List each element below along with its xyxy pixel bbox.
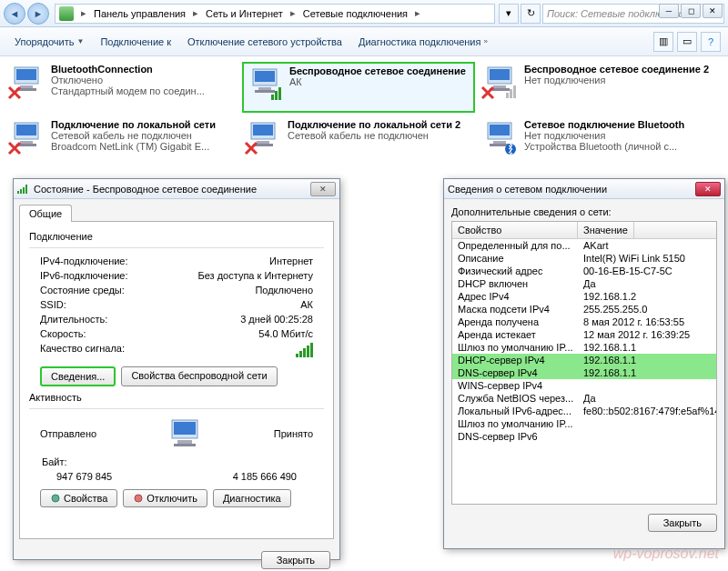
svg-rect-7 xyxy=(255,90,275,93)
minimize-button[interactable]: ─ xyxy=(659,4,679,18)
svg-rect-6 xyxy=(258,87,271,90)
property-row[interactable]: WINS-сервер IPv4 xyxy=(452,379,716,392)
connection-item[interactable]: Сетевое подключение BluetoothНет подключ… xyxy=(479,117,712,168)
property-row[interactable]: Адрес IPv4192.168.1.2 xyxy=(452,290,716,303)
connection-icon xyxy=(246,65,284,104)
details-button[interactable]: Сведения... xyxy=(40,366,116,386)
signal-icon xyxy=(17,185,27,194)
diagnose-connection-button[interactable]: Диагностика подключения» xyxy=(351,33,495,51)
property-name: Маска подсети IPv4 xyxy=(452,304,578,315)
signal-bars xyxy=(296,343,313,357)
address-bar[interactable]: ▸ Панель управления ▸ Сеть и Интернет ▸ … xyxy=(55,4,495,24)
preview-pane-button[interactable]: ▭ xyxy=(677,32,697,52)
breadcrumb-control-panel[interactable]: Панель управления xyxy=(90,8,189,19)
property-row[interactable]: Шлюз по умолчанию IP...192.168.1.1 xyxy=(452,341,716,354)
properties-button[interactable]: Свойства xyxy=(40,489,117,507)
maximize-button[interactable]: ◻ xyxy=(681,4,701,18)
property-value: AKart xyxy=(578,240,716,251)
svg-rect-20 xyxy=(20,141,33,144)
status-dialog-close[interactable]: ✕ xyxy=(310,182,336,196)
property-row[interactable]: Локальный IPv6-адрес...fe80::b502:8167:4… xyxy=(452,405,716,417)
property-row[interactable]: DNS-сервер IPv6 xyxy=(452,430,716,443)
svg-rect-34 xyxy=(174,444,196,446)
column-value[interactable]: Значение xyxy=(578,222,634,238)
disable-device-button[interactable]: Отключение сетевого устройства xyxy=(180,33,349,51)
connection-item[interactable]: Подключение по локальной сетиСетевой каб… xyxy=(5,117,238,168)
wireless-properties-button[interactable]: Свойства беспроводной сети xyxy=(121,366,277,386)
group-activity-label: Активность xyxy=(29,392,324,403)
forward-button[interactable]: ► xyxy=(27,3,49,25)
connection-status: Сетевой кабель не подключен xyxy=(288,130,473,141)
connection-status: Сетевой кабель не подключен xyxy=(51,130,237,141)
property-row[interactable]: ОписаниеIntel(R) WiFi Link 5150 xyxy=(452,252,716,265)
property-value: 12 мая 2012 г. 16:39:25 xyxy=(578,329,716,340)
group-connection-label: Подключение xyxy=(29,231,324,242)
property-row[interactable]: Определенный для по...AKart xyxy=(452,239,716,252)
status-close-button[interactable]: Закрыть xyxy=(261,551,330,569)
svg-rect-10 xyxy=(278,87,281,100)
organize-menu[interactable]: Упорядочить▼ xyxy=(7,33,91,51)
help-button[interactable]: ? xyxy=(701,32,721,52)
connection-item[interactable]: Беспроводное сетевое соединениеАК xyxy=(242,62,475,113)
breadcrumb-network-connections[interactable]: Сетевые подключения xyxy=(299,8,411,19)
command-bar: Упорядочить▼ Подключение к Отключение се… xyxy=(0,27,728,56)
property-value: Да xyxy=(578,393,716,404)
property-value: 8 мая 2012 г. 16:53:55 xyxy=(578,316,716,327)
connection-icon xyxy=(7,64,46,102)
details-dialog-title: Сведения о сетевом подключении xyxy=(448,184,695,195)
connection-status: АК xyxy=(289,76,471,87)
property-row[interactable]: Физический адрес00-16-EB-15-C7-5C xyxy=(452,265,716,277)
connect-to-menu[interactable]: Подключение к xyxy=(93,33,178,51)
connection-icon xyxy=(480,119,519,157)
property-row[interactable]: Маска подсети IPv4255.255.255.0 xyxy=(452,303,716,316)
connection-name: Сетевое подключение Bluetooth xyxy=(524,119,710,130)
property-name: Служба NetBIOS через... xyxy=(452,393,578,404)
property-value: fe80::b502:8167:479f:e5af%14 xyxy=(578,406,716,416)
status-dialog: Состояние - Беспроводное сетевое соедине… xyxy=(13,178,340,560)
svg-rect-28 xyxy=(493,141,506,144)
status-dialog-title: Состояние - Беспроводное сетевое соедине… xyxy=(34,184,257,195)
svg-point-35 xyxy=(52,495,59,502)
breadcrumb-network-internet[interactable]: Сеть и Интернет xyxy=(202,8,287,19)
property-value: 192.168.1.1 xyxy=(578,367,716,378)
connection-item[interactable]: Подключение по локальной сети 2Сетевой к… xyxy=(242,117,475,168)
details-dialog: Сведения о сетевом подключении ✕ Дополни… xyxy=(443,178,725,549)
connection-item[interactable]: Беспроводное сетевое соединение 2Нет под… xyxy=(479,62,712,113)
details-close-button[interactable]: Закрыть xyxy=(648,514,717,532)
view-options-button[interactable]: ▥ xyxy=(653,32,673,52)
properties-table: Свойство Значение Определенный для по...… xyxy=(451,221,717,505)
property-row[interactable]: DHCP-сервер IPv4192.168.1.1 xyxy=(452,354,716,366)
bytes-sent-value: 947 679 845 xyxy=(56,471,112,482)
property-name: Шлюз по умолчанию IP... xyxy=(452,342,578,353)
dropdown-history-button[interactable]: ▾ xyxy=(499,4,519,24)
property-value: 192.168.1.2 xyxy=(578,291,716,302)
property-name: DHCP включен xyxy=(452,278,578,289)
property-row[interactable]: Служба NetBIOS через...Да xyxy=(452,392,716,405)
property-value: Intel(R) WiFi Link 5150 xyxy=(578,253,716,264)
property-name: Описание xyxy=(452,253,578,264)
explorer-header: ◄ ► ▸ Панель управления ▸ Сеть и Интерне… xyxy=(0,0,728,27)
back-button[interactable]: ◄ xyxy=(4,3,25,25)
close-window-button[interactable]: ✕ xyxy=(703,4,723,18)
connection-item[interactable]: BluetoothConnectionОтключеноСтандартный … xyxy=(5,62,238,113)
details-dialog-close[interactable]: ✕ xyxy=(695,182,721,196)
connection-status: Нет подключения xyxy=(524,130,710,141)
disable-button[interactable]: Отключить xyxy=(123,489,207,507)
connection-icon xyxy=(244,119,282,157)
column-property[interactable]: Свойство xyxy=(452,222,578,238)
svg-rect-12 xyxy=(490,69,510,80)
refresh-button[interactable]: ↻ xyxy=(521,4,541,24)
connection-name: Беспроводное сетевое соединение 2 xyxy=(524,64,710,75)
svg-rect-27 xyxy=(490,125,510,135)
diagnose-button[interactable]: Диагностика xyxy=(213,489,291,507)
property-row[interactable]: Аренда получена8 мая 2012 г. 16:53:55 xyxy=(452,316,716,328)
svg-rect-2 xyxy=(20,85,33,88)
connection-name: BluetoothConnection xyxy=(51,64,237,75)
property-name: Аренда истекает xyxy=(452,329,578,340)
received-label: Принято xyxy=(274,428,313,439)
property-row[interactable]: DNS-сервер IPv4192.168.1.1 xyxy=(452,366,716,379)
property-row[interactable]: DHCP включенДа xyxy=(452,277,716,290)
tab-general[interactable]: Общие xyxy=(19,205,72,222)
property-row[interactable]: Аренда истекает12 мая 2012 г. 16:39:25 xyxy=(452,328,716,341)
property-row[interactable]: Шлюз по умолчанию IP... xyxy=(452,417,716,430)
